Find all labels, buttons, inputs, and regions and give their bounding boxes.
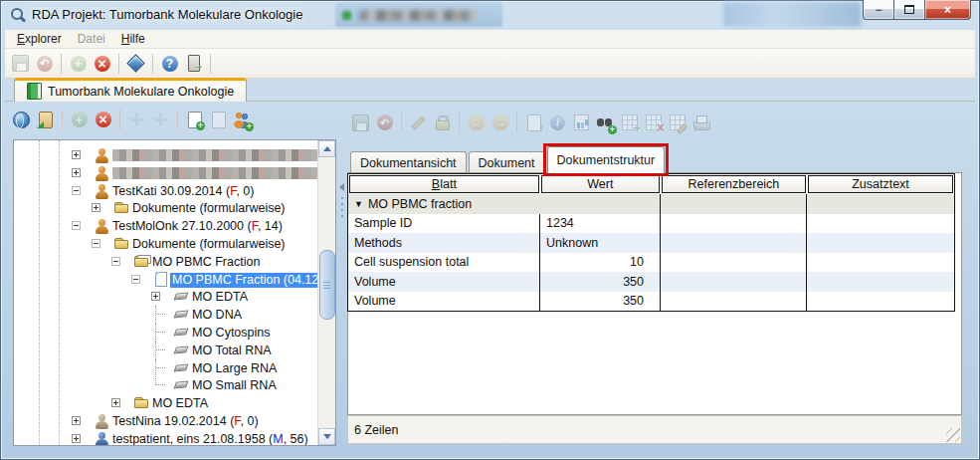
maximize-button[interactable] xyxy=(893,0,924,20)
menu-item-explorer[interactable]: Explorer xyxy=(9,31,70,47)
tree-item[interactable]: TestNina 19.02.2014 (F, 0) xyxy=(14,412,317,430)
tree-item[interactable] xyxy=(14,164,317,182)
tree-item[interactable]: MO DNA xyxy=(14,306,317,324)
plus-expander-icon[interactable] xyxy=(72,416,81,425)
workspace-tab-label: Tumorbank Molekulare Onkologie xyxy=(48,85,234,99)
help-icon[interactable] xyxy=(159,53,180,74)
minus-expander-icon[interactable] xyxy=(111,257,120,266)
tree-item[interactable]: Dokumente (formularweise) xyxy=(14,199,317,217)
gender-letter: F xyxy=(234,414,240,428)
tag-icon xyxy=(173,377,190,393)
table-row[interactable]: Cell suspension total10 xyxy=(348,253,954,273)
minimize-button[interactable]: − xyxy=(863,0,893,20)
print-icon xyxy=(690,113,711,133)
search-icon[interactable] xyxy=(595,113,616,133)
tree-scrollbar[interactable] xyxy=(317,140,335,445)
collapse-arrow-icon[interactable]: ▼ xyxy=(354,199,363,209)
cell-referenzbereich xyxy=(661,194,807,214)
tree-item[interactable]: MO Total RNA xyxy=(14,342,317,359)
delete-icon[interactable] xyxy=(92,53,112,74)
tree-item[interactable]: TestKati 30.09.2014 (F, 0) xyxy=(14,182,317,200)
column-header-referenzbereich[interactable]: Referenzbereich xyxy=(662,175,806,193)
tab-dokumentansicht[interactable]: Dokumentansicht xyxy=(350,151,467,173)
tree-item[interactable]: MO PBMC Fraction xyxy=(14,253,317,271)
tab-dokument[interactable]: Dokument xyxy=(469,151,545,173)
tree-item-label: MO EDTA xyxy=(192,290,248,304)
minus-expander-icon[interactable] xyxy=(72,221,81,230)
tree-item[interactable] xyxy=(14,146,317,164)
toolbar-separator xyxy=(119,110,120,129)
toolbar-separator xyxy=(61,54,62,74)
scroll-down-button[interactable] xyxy=(318,428,335,445)
group-row[interactable]: ▼MO PBMC fraction xyxy=(348,194,954,214)
plus-expander-icon[interactable] xyxy=(151,292,160,301)
table-row[interactable]: Volume350 xyxy=(348,292,954,312)
tree-item[interactable]: Dokumente (formularweise) xyxy=(14,235,317,253)
add-patient-icon[interactable] xyxy=(232,110,253,130)
folder-icon xyxy=(133,395,150,411)
tab-label: Dokument xyxy=(479,156,535,170)
close-button[interactable]: × xyxy=(924,0,971,20)
tree-item-label: MO PBMC Fraction xyxy=(152,255,260,269)
app-magnifier-icon xyxy=(10,7,26,23)
plus-expander-icon[interactable] xyxy=(72,150,81,159)
paste-icon[interactable] xyxy=(35,110,56,130)
tab-tumorbank-molekulare-onkologie[interactable]: Tumorbank Molekulare Onkologie xyxy=(14,78,247,102)
tree-item[interactable]: MO EDTA xyxy=(14,288,317,306)
table-edit-icon xyxy=(667,113,687,133)
tree-item[interactable]: MO Cytospins xyxy=(14,324,317,342)
cell-zusatztext xyxy=(807,292,953,312)
toolbar-separator xyxy=(210,54,211,74)
plus-expander-icon[interactable] xyxy=(92,203,100,212)
chart-icon xyxy=(571,113,592,133)
column-header-wert[interactable]: Wert xyxy=(541,175,660,193)
application-window: RDA Projekt: Tumorbank Molekulare Onkolo… xyxy=(0,0,980,460)
resize-grip[interactable] xyxy=(946,428,960,442)
folder-icon xyxy=(113,200,130,216)
splitter-collapse-handle[interactable] xyxy=(338,183,345,223)
title-bar[interactable]: RDA Projekt: Tumorbank Molekulare Onkolo… xyxy=(0,0,980,30)
refresh-icon[interactable] xyxy=(11,110,32,130)
table-row[interactable]: Sample ID1234 xyxy=(348,214,954,234)
cell-blatt: Volume xyxy=(348,292,540,312)
minus-expander-icon[interactable] xyxy=(92,239,100,248)
person-blue-icon xyxy=(94,431,110,446)
new-document-icon[interactable] xyxy=(184,110,205,130)
tree-branch-line xyxy=(155,376,166,385)
tab-dokumentstruktur[interactable]: Dokumentstruktur xyxy=(547,146,666,173)
scroll-up-button[interactable] xyxy=(318,140,335,157)
tag-icon xyxy=(173,307,190,323)
tree-item[interactable]: MO Large RNA xyxy=(14,359,317,377)
tag-icon xyxy=(173,325,190,341)
tree-item[interactable]: MO PBMC Fraction (04.12.20 xyxy=(14,271,317,289)
menu-item-hilfe[interactable]: Hilfe xyxy=(113,31,153,47)
folder-icon xyxy=(113,236,130,252)
diamond-icon[interactable] xyxy=(125,53,146,74)
cell-wert: 350 xyxy=(540,272,661,292)
move-icon xyxy=(150,110,171,130)
tree-item[interactable]: testpatient, eins 21.08.1958 (M, 56) xyxy=(14,430,317,446)
tree-item[interactable]: MO Small RNA xyxy=(14,376,317,394)
toolbar-separator xyxy=(177,110,178,129)
table-row[interactable]: Volume350 xyxy=(348,272,954,292)
window-title: RDA Projekt: Tumorbank Molekulare Onkolo… xyxy=(32,7,302,22)
tree-item-label-selected: MO PBMC Fraction (04.12.20 xyxy=(170,273,317,288)
tag-icon xyxy=(173,343,190,358)
tree-item[interactable]: MO EDTA xyxy=(14,394,317,412)
exit-icon[interactable] xyxy=(183,53,204,74)
person-orange-icon xyxy=(94,183,110,199)
plus-expander-icon[interactable] xyxy=(72,434,81,443)
plus-expander-icon[interactable] xyxy=(111,398,120,407)
delete-icon[interactable] xyxy=(93,110,113,130)
tag-icon xyxy=(173,289,190,305)
column-header-blatt[interactable]: Blatt xyxy=(349,175,539,193)
cell-wert: 350 xyxy=(540,292,661,312)
tree-item[interactable]: TestMolOnk 27.10.2000 (F, 14) xyxy=(14,217,317,235)
cell-wert: 1234 xyxy=(540,214,661,234)
minus-expander-icon[interactable] xyxy=(131,275,140,284)
minus-expander-icon[interactable] xyxy=(72,186,81,195)
scrollbar-thumb[interactable] xyxy=(319,250,335,320)
table-row[interactable]: MethodsUnknown xyxy=(348,233,954,253)
plus-expander-icon[interactable] xyxy=(72,168,81,177)
column-header-zusatztext[interactable]: Zusatztext xyxy=(808,175,953,193)
